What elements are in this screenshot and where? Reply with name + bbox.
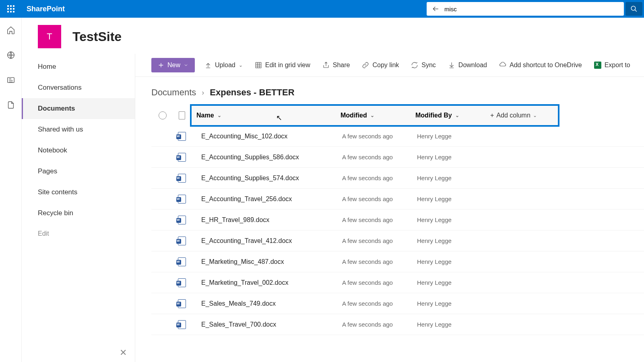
table-row[interactable]: E_Sales_Travel_700.docx A few seconds ag… (151, 314, 644, 335)
table-header-row: Name⌄ ↖ Modified⌄ Modified By⌄ +Add colu… (151, 105, 644, 126)
edit-grid-button[interactable]: Edit in grid view (252, 60, 313, 70)
breadcrumb-current: Expenses - BETTER (210, 87, 294, 98)
file-modified-by[interactable]: Henry Legge (417, 154, 492, 160)
file-type-icon (174, 320, 190, 329)
site-header: T TestSite (22, 18, 644, 54)
type-column-icon[interactable] (174, 111, 190, 119)
nav-recycle-bin[interactable]: Recycle bin (22, 203, 135, 224)
file-modified: A few seconds ago (342, 321, 417, 328)
file-name[interactable]: E_Marketing_Misc_487.docx (190, 258, 342, 265)
column-name[interactable]: Name⌄ (192, 112, 341, 119)
nav-documents[interactable]: Documents (22, 98, 135, 119)
add-column-button[interactable]: +Add column⌄ (490, 112, 537, 119)
file-modified-by[interactable]: Henry Legge (417, 258, 492, 265)
globe-icon[interactable] (6, 51, 15, 61)
file-name[interactable]: E_HR_Travel_989.docx (190, 216, 342, 224)
file-modified-by[interactable]: Henry Legge (417, 300, 492, 307)
add-shortcut-button[interactable]: Add shortcut to OneDrive (497, 60, 584, 70)
column-modified[interactable]: Modified⌄ (341, 112, 415, 119)
search-back-icon[interactable] (430, 5, 442, 13)
table-row[interactable]: E_Marketing_Travel_002.docx A few second… (151, 272, 644, 293)
table-row[interactable]: E_HR_Travel_989.docx A few seconds ago H… (151, 210, 644, 230)
table-row[interactable]: E_Accounting_Supplies_574.docx A few sec… (151, 168, 644, 189)
nav-edit[interactable]: Edit (22, 224, 135, 244)
nav-conversations[interactable]: Conversations (22, 77, 135, 98)
table-row[interactable]: E_Accounting_Travel_256.docx A few secon… (151, 189, 644, 210)
file-modified-by[interactable]: Henry Legge (417, 216, 492, 223)
column-header-highlight: Name⌄ ↖ Modified⌄ Modified By⌄ +Add colu… (190, 104, 559, 127)
file-modified: A few seconds ago (342, 195, 417, 202)
table-row[interactable]: E_Sales_Meals_749.docx A few seconds ago… (151, 293, 644, 314)
file-name[interactable]: E_Accounting_Misc_102.docx (190, 133, 342, 140)
select-all[interactable] (151, 111, 174, 119)
file-name[interactable]: E_Sales_Meals_749.docx (190, 300, 342, 307)
search-input[interactable] (442, 6, 621, 12)
column-modified-by[interactable]: Modified By⌄ (415, 112, 490, 119)
excel-icon (594, 62, 601, 69)
chevron-down-icon: ⌄ (455, 113, 459, 118)
table-row[interactable]: E_Accounting_Travel_412.docx A few secon… (151, 230, 644, 251)
table-row[interactable]: E_Accounting_Supplies_586.docx A few sec… (151, 147, 644, 168)
file-modified-by[interactable]: Henry Legge (417, 175, 492, 181)
file-name[interactable]: E_Sales_Travel_700.docx (190, 321, 342, 328)
nav-notebook[interactable]: Notebook (22, 140, 135, 161)
share-button[interactable]: Share (320, 60, 353, 70)
export-button[interactable]: Export to (592, 60, 633, 70)
command-bar: New Upload ⌄ Edit in grid view Sha (135, 54, 644, 77)
breadcrumb: Documents › Expenses - BETTER (135, 77, 644, 105)
table-row[interactable]: E_Marketing_Misc_487.docx A few seconds … (151, 251, 644, 272)
file-type-icon (174, 216, 190, 224)
download-button[interactable]: Download (446, 60, 489, 70)
table-row[interactable]: E_Accounting_Misc_102.docx A few seconds… (151, 126, 644, 147)
search-area (427, 2, 644, 16)
app-launcher-icon[interactable] (0, 0, 22, 18)
file-modified: A few seconds ago (342, 258, 417, 265)
site-tile[interactable]: T (38, 25, 61, 48)
file-name[interactable]: E_Accounting_Supplies_586.docx (190, 154, 342, 161)
search-button[interactable] (625, 2, 642, 16)
nav-shared[interactable]: Shared with us (22, 119, 135, 140)
brand-label[interactable]: SharePoint (27, 5, 65, 13)
sync-button[interactable]: Sync (409, 60, 438, 70)
search-box (427, 2, 624, 16)
chevron-right-icon: › (202, 88, 204, 97)
file-type-icon (174, 237, 190, 245)
svg-rect-3 (256, 62, 261, 68)
file-modified: A few seconds ago (342, 279, 417, 286)
file-modified-by[interactable]: Henry Legge (417, 279, 492, 286)
chevron-down-icon: ⌄ (370, 113, 374, 118)
file-type-icon (174, 174, 190, 183)
chevron-down-icon: ⌄ (533, 113, 537, 118)
file-modified: A few seconds ago (342, 133, 417, 140)
site-title[interactable]: TestSite (72, 29, 122, 44)
top-bar: SharePoint (0, 0, 644, 18)
file-name[interactable]: E_Accounting_Travel_412.docx (190, 237, 342, 245)
file-name[interactable]: E_Marketing_Travel_002.docx (190, 279, 342, 286)
main-area: New Upload ⌄ Edit in grid view Sha (135, 54, 644, 362)
copy-link-button[interactable]: Copy link (359, 60, 401, 70)
file-type-icon (174, 257, 190, 266)
file-type-icon (174, 195, 190, 204)
close-icon[interactable]: ✕ (120, 348, 127, 358)
home-icon[interactable] (6, 26, 15, 36)
file-modified: A few seconds ago (342, 300, 417, 307)
file-modified-by[interactable]: Henry Legge (417, 133, 492, 140)
file-table: Name⌄ ↖ Modified⌄ Modified By⌄ +Add colu… (135, 105, 644, 335)
file-type-icon (174, 132, 190, 141)
upload-button[interactable]: Upload ⌄ (202, 60, 245, 70)
news-icon[interactable] (6, 76, 15, 86)
nav-home[interactable]: Home (22, 56, 135, 77)
file-name[interactable]: E_Accounting_Supplies_574.docx (190, 175, 342, 182)
nav-site-contents[interactable]: Site contents (22, 182, 135, 203)
files-icon[interactable] (6, 101, 15, 111)
chevron-down-icon: ⌄ (217, 113, 221, 118)
file-modified: A few seconds ago (342, 175, 417, 181)
breadcrumb-root[interactable]: Documents (151, 87, 196, 98)
file-modified-by[interactable]: Henry Legge (417, 195, 492, 202)
file-modified-by[interactable]: Henry Legge (417, 321, 492, 328)
file-modified-by[interactable]: Henry Legge (417, 237, 492, 244)
new-button[interactable]: New (151, 58, 195, 72)
file-modified: A few seconds ago (342, 237, 417, 244)
file-name[interactable]: E_Accounting_Travel_256.docx (190, 195, 342, 203)
nav-pages[interactable]: Pages (22, 161, 135, 182)
